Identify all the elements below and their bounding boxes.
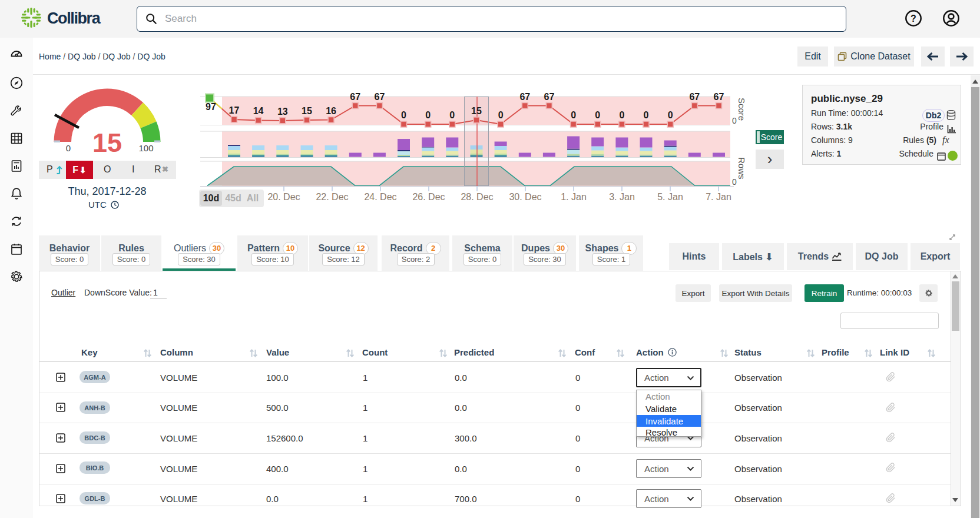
svg-text:0: 0 — [668, 110, 673, 120]
svg-text:67: 67 — [375, 92, 385, 102]
svg-text:?: ? — [911, 14, 916, 24]
svg-text:17: 17 — [229, 105, 240, 115]
svg-text:67: 67 — [544, 92, 555, 102]
svg-text:7. Jan: 7. Jan — [706, 192, 731, 202]
svg-text:0: 0 — [732, 177, 737, 187]
svg-text:0: 0 — [571, 110, 576, 120]
svg-text:0: 0 — [449, 110, 455, 120]
svg-text:1. Jan: 1. Jan — [561, 192, 587, 202]
svg-text:14: 14 — [253, 106, 264, 116]
svg-text:3. Jan: 3. Jan — [609, 192, 635, 202]
svg-text:0: 0 — [732, 116, 737, 125]
svg-text:67: 67 — [350, 92, 360, 102]
svg-text:0: 0 — [498, 110, 504, 120]
svg-text:20. Dec: 20. Dec — [267, 192, 300, 202]
svg-text:13: 13 — [277, 107, 288, 117]
svg-text:24. Dec: 24. Dec — [364, 192, 396, 202]
svg-text:67: 67 — [689, 92, 700, 102]
svg-text:0: 0 — [619, 110, 624, 120]
svg-text:0: 0 — [644, 110, 649, 120]
svg-text:22. Dec: 22. Dec — [316, 192, 348, 202]
svg-text:67: 67 — [714, 92, 724, 102]
svg-text:16: 16 — [326, 106, 336, 116]
svg-text:0: 0 — [401, 110, 406, 120]
svg-text:0: 0 — [425, 110, 431, 120]
svg-text:30. Dec: 30. Dec — [509, 192, 541, 202]
svg-text:67: 67 — [519, 92, 530, 102]
svg-text:15: 15 — [302, 106, 312, 116]
svg-text:0: 0 — [595, 110, 600, 120]
svg-text:26. Dec: 26. Dec — [412, 192, 445, 202]
svg-text:15: 15 — [471, 106, 482, 116]
svg-text:97: 97 — [206, 102, 216, 112]
svg-text:5. Jan: 5. Jan — [657, 192, 683, 202]
svg-text:28. Dec: 28. Dec — [461, 192, 493, 202]
